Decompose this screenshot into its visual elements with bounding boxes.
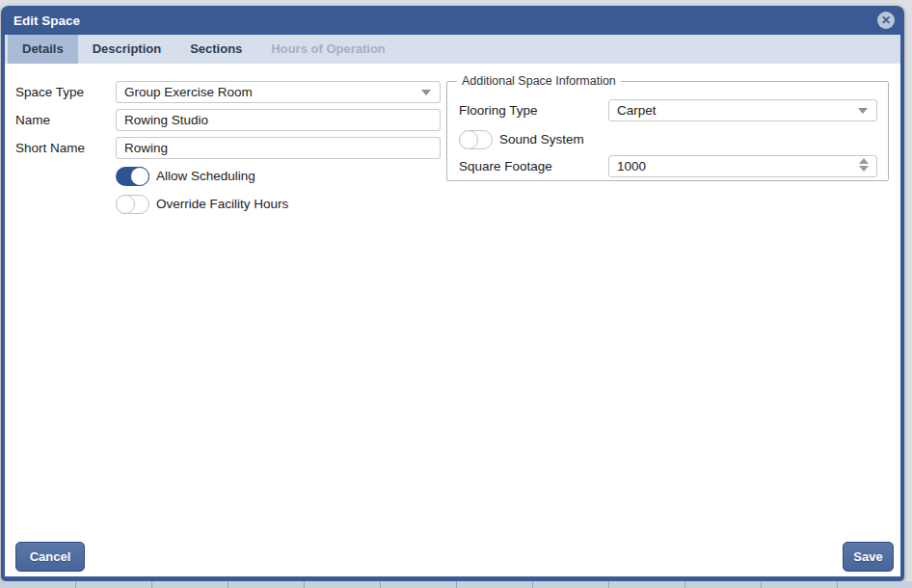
space-type-value: Group Exercise Room [124,85,253,99]
dialog-body: Space Type Group Exercise Room Name Rowi… [5,64,900,576]
close-icon[interactable]: ✕ [877,12,895,29]
flooring-type-label: Flooring Type [459,99,538,121]
tab-sections[interactable]: Sections [175,35,256,64]
allow-scheduling-label: Allow Scheduling [156,167,255,186]
toggle-knob [459,130,478,149]
override-facility-hours-toggle[interactable] [116,195,149,214]
tab-hours-of-operation: Hours of Operation [256,35,399,64]
additional-space-information-group: Additional Space Information Flooring Ty… [446,81,889,181]
short-name-label: Short Name [15,137,85,159]
toggle-knob [116,195,135,214]
square-footage-input[interactable]: 1000 [608,155,877,177]
save-button[interactable]: Save [843,542,894,572]
dialog-titlebar: Edit Space ✕ [5,6,900,35]
group-legend: Additional Space Information [457,74,621,88]
tab-description[interactable]: Description [78,35,176,64]
name-value: Rowing Studio [124,113,208,127]
square-footage-label: Square Footage [459,155,552,177]
chevron-down-icon [421,90,431,95]
name-label: Name [15,109,50,131]
square-footage-value: 1000 [617,159,646,174]
space-type-label: Space Type [15,81,84,103]
spinner-arrows-icon[interactable] [859,158,869,172]
flooring-type-value: Carpet [617,103,657,118]
dialog-tabbar: Details Description Sections Hours of Op… [5,35,900,64]
dialog-title: Edit Space [13,13,80,28]
override-facility-hours-label: Override Facility Hours [156,195,288,214]
flooring-type-select[interactable]: Carpet [608,99,877,121]
cancel-button[interactable]: Cancel [15,542,85,572]
toggle-knob [130,167,149,186]
short-name-value: Rowing [124,141,168,155]
space-type-select[interactable]: Group Exercise Room [116,81,441,103]
chevron-down-icon [858,108,868,114]
background-page-fragment: ▄▄▄▄▄▄ [2,0,118,5]
sound-system-label: Sound System [499,130,584,149]
sound-system-toggle[interactable] [459,130,493,149]
tab-details[interactable]: Details [8,35,78,64]
name-input[interactable]: Rowing Studio [116,109,441,131]
short-name-input[interactable]: Rowing [116,137,441,159]
edit-space-dialog: Edit Space ✕ Details Description Section… [1,6,904,581]
background-bottom-strip [0,581,912,588]
allow-scheduling-toggle[interactable] [116,167,149,186]
